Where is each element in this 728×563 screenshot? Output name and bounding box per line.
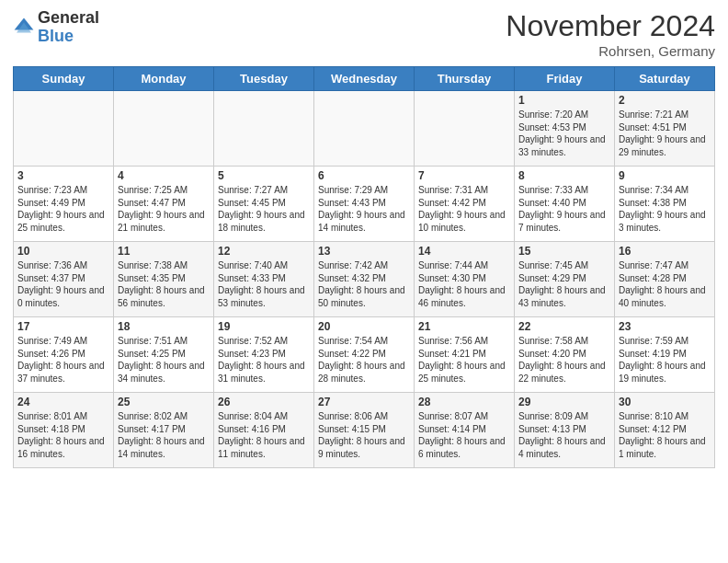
day-info: Sunrise: 7:44 AMSunset: 4:30 PMDaylight:… (418, 259, 510, 309)
calendar-cell: 26Sunrise: 8:04 AMSunset: 4:16 PMDayligh… (214, 393, 314, 468)
day-number: 17 (17, 320, 109, 333)
day-info: Sunrise: 7:36 AMSunset: 4:37 PMDaylight:… (17, 259, 109, 309)
day-info: Sunrise: 7:20 AMSunset: 4:53 PMDaylight:… (518, 109, 610, 158)
header-monday: Monday (114, 67, 214, 91)
header-wednesday: Wednesday (314, 67, 415, 91)
calendar-cell: 19Sunrise: 7:52 AMSunset: 4:23 PMDayligh… (214, 317, 314, 393)
calendar-week-2: 3Sunrise: 7:23 AMSunset: 4:49 PMDaylight… (14, 167, 715, 242)
day-info: Sunrise: 7:25 AMSunset: 4:47 PMDaylight:… (118, 184, 210, 234)
calendar-cell: 2Sunrise: 7:21 AMSunset: 4:51 PMDaylight… (615, 91, 715, 167)
day-number: 4 (118, 169, 210, 182)
day-number: 2 (619, 94, 711, 107)
day-info: Sunrise: 8:02 AMSunset: 4:17 PMDaylight:… (118, 410, 210, 460)
calendar-week-5: 24Sunrise: 8:01 AMSunset: 4:18 PMDayligh… (14, 393, 715, 468)
day-number: 19 (218, 320, 310, 333)
day-info: Sunrise: 8:01 AMSunset: 4:18 PMDaylight:… (17, 410, 109, 460)
calendar-cell: 22Sunrise: 7:58 AMSunset: 4:20 PMDayligh… (515, 317, 615, 393)
location-subtitle: Rohrsen, Germany (506, 43, 715, 59)
calendar-cell (314, 91, 415, 167)
day-number: 24 (17, 396, 109, 408)
day-number: 6 (318, 169, 410, 182)
calendar-cell: 20Sunrise: 7:54 AMSunset: 4:22 PMDayligh… (314, 317, 415, 393)
calendar-cell: 7Sunrise: 7:31 AMSunset: 4:42 PMDaylight… (415, 167, 515, 242)
title-section: November 2024 Rohrsen, Germany (506, 9, 715, 59)
day-info: Sunrise: 7:49 AMSunset: 4:26 PMDaylight:… (17, 335, 109, 385)
month-title: November 2024 (506, 9, 715, 43)
calendar-cell: 18Sunrise: 7:51 AMSunset: 4:25 PMDayligh… (114, 317, 214, 393)
calendar-cell: 23Sunrise: 7:59 AMSunset: 4:19 PMDayligh… (615, 317, 715, 393)
day-info: Sunrise: 7:52 AMSunset: 4:23 PMDaylight:… (218, 335, 310, 385)
day-info: Sunrise: 7:27 AMSunset: 4:45 PMDaylight:… (218, 184, 310, 234)
day-info: Sunrise: 7:21 AMSunset: 4:51 PMDaylight:… (619, 109, 711, 158)
day-info: Sunrise: 7:54 AMSunset: 4:22 PMDaylight:… (318, 335, 410, 385)
day-number: 20 (318, 320, 410, 333)
page-header: General Blue November 2024 Rohrsen, Germ… (13, 9, 715, 59)
day-info: Sunrise: 7:31 AMSunset: 4:42 PMDaylight:… (418, 184, 510, 234)
day-info: Sunrise: 7:47 AMSunset: 4:28 PMDaylight:… (619, 259, 711, 309)
calendar-cell: 21Sunrise: 7:56 AMSunset: 4:21 PMDayligh… (415, 317, 515, 393)
calendar-cell: 14Sunrise: 7:44 AMSunset: 4:30 PMDayligh… (415, 242, 515, 317)
calendar-body: 1Sunrise: 7:20 AMSunset: 4:53 PMDaylight… (14, 91, 715, 468)
day-info: Sunrise: 7:45 AMSunset: 4:29 PMDaylight:… (518, 259, 610, 309)
day-number: 22 (518, 320, 610, 333)
calendar-cell: 9Sunrise: 7:34 AMSunset: 4:38 PMDaylight… (615, 167, 715, 242)
day-number: 11 (118, 245, 210, 258)
day-number: 29 (518, 396, 610, 408)
calendar-header: Sunday Monday Tuesday Wednesday Thursday… (14, 67, 715, 91)
header-friday: Friday (515, 67, 615, 91)
day-info: Sunrise: 7:38 AMSunset: 4:35 PMDaylight:… (118, 259, 210, 309)
day-info: Sunrise: 7:33 AMSunset: 4:40 PMDaylight:… (518, 184, 610, 234)
calendar-cell: 15Sunrise: 7:45 AMSunset: 4:29 PMDayligh… (515, 242, 615, 317)
day-number: 26 (218, 396, 310, 408)
header-tuesday: Tuesday (214, 67, 314, 91)
day-info: Sunrise: 8:09 AMSunset: 4:13 PMDaylight:… (518, 410, 610, 460)
day-number: 28 (418, 396, 510, 408)
day-number: 8 (518, 169, 610, 182)
day-number: 1 (518, 94, 610, 107)
calendar-cell (114, 91, 214, 167)
day-number: 13 (318, 245, 410, 258)
calendar-cell: 12Sunrise: 7:40 AMSunset: 4:33 PMDayligh… (214, 242, 314, 317)
day-number: 14 (418, 245, 510, 258)
day-number: 15 (518, 245, 610, 258)
day-number: 25 (118, 396, 210, 408)
calendar-cell (14, 91, 114, 167)
calendar-cell (415, 91, 515, 167)
calendar-cell: 8Sunrise: 7:33 AMSunset: 4:40 PMDaylight… (515, 167, 615, 242)
header-sunday: Sunday (14, 67, 114, 91)
day-number: 3 (17, 169, 109, 182)
calendar-cell (214, 91, 314, 167)
calendar-week-3: 10Sunrise: 7:36 AMSunset: 4:37 PMDayligh… (14, 242, 715, 317)
day-info: Sunrise: 8:04 AMSunset: 4:16 PMDaylight:… (218, 410, 310, 460)
day-number: 16 (619, 245, 711, 258)
day-info: Sunrise: 7:29 AMSunset: 4:43 PMDaylight:… (318, 184, 410, 234)
page-container: General Blue November 2024 Rohrsen, Germ… (0, 0, 728, 477)
calendar-cell: 5Sunrise: 7:27 AMSunset: 4:45 PMDaylight… (214, 167, 314, 242)
day-info: Sunrise: 7:58 AMSunset: 4:20 PMDaylight:… (518, 335, 610, 385)
day-number: 9 (619, 169, 711, 182)
calendar-cell: 16Sunrise: 7:47 AMSunset: 4:28 PMDayligh… (615, 242, 715, 317)
day-info: Sunrise: 7:59 AMSunset: 4:19 PMDaylight:… (619, 335, 711, 385)
day-number: 30 (619, 396, 711, 408)
day-number: 5 (218, 169, 310, 182)
calendar-cell: 17Sunrise: 7:49 AMSunset: 4:26 PMDayligh… (14, 317, 114, 393)
day-number: 10 (17, 245, 109, 258)
calendar-cell: 29Sunrise: 8:09 AMSunset: 4:13 PMDayligh… (515, 393, 615, 468)
calendar-cell: 4Sunrise: 7:25 AMSunset: 4:47 PMDaylight… (114, 167, 214, 242)
logo-icon (13, 17, 35, 39)
calendar-cell: 10Sunrise: 7:36 AMSunset: 4:37 PMDayligh… (14, 242, 114, 317)
calendar-cell: 28Sunrise: 8:07 AMSunset: 4:14 PMDayligh… (415, 393, 515, 468)
calendar-cell: 6Sunrise: 7:29 AMSunset: 4:43 PMDaylight… (314, 167, 415, 242)
calendar-table: Sunday Monday Tuesday Wednesday Thursday… (13, 66, 715, 468)
calendar-cell: 11Sunrise: 7:38 AMSunset: 4:35 PMDayligh… (114, 242, 214, 317)
day-number: 12 (218, 245, 310, 258)
calendar-week-1: 1Sunrise: 7:20 AMSunset: 4:53 PMDaylight… (14, 91, 715, 167)
logo-general-text: General (38, 9, 99, 28)
day-number: 7 (418, 169, 510, 182)
day-number: 23 (619, 320, 711, 333)
day-info: Sunrise: 7:42 AMSunset: 4:32 PMDaylight:… (318, 259, 410, 309)
calendar-cell: 27Sunrise: 8:06 AMSunset: 4:15 PMDayligh… (314, 393, 415, 468)
day-info: Sunrise: 7:51 AMSunset: 4:25 PMDaylight:… (118, 335, 210, 385)
logo: General Blue (13, 9, 99, 46)
day-info: Sunrise: 7:40 AMSunset: 4:33 PMDaylight:… (218, 259, 310, 309)
